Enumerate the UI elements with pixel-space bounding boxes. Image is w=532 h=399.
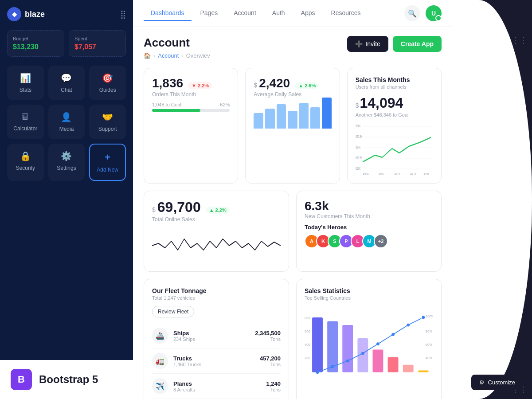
nav-resources[interactable]: Resources bbox=[324, 6, 368, 21]
orders-badge: ▼ 2.2% bbox=[188, 82, 212, 89]
spent-label: Spent bbox=[74, 36, 120, 41]
svg-text:$13.5K: $13.5K bbox=[356, 155, 363, 160]
settings-icon: ⚙️ bbox=[61, 151, 72, 161]
settings-label: Settings bbox=[57, 165, 76, 171]
menu-icon[interactable]: ⣿ bbox=[120, 9, 126, 19]
breadcrumb-account[interactable]: Account bbox=[158, 52, 179, 59]
add-new-icon: + bbox=[105, 152, 110, 163]
sidebar-item-guides[interactable]: 🎯 Guides bbox=[89, 66, 126, 100]
sales-stats-chart: 800 600 400 200 bbox=[305, 306, 433, 386]
nav-pages[interactable]: Pages bbox=[193, 6, 225, 21]
breadcrumb-home[interactable]: 🏠 bbox=[144, 52, 151, 59]
metrics-row-2: $ 69,700 ▲ 2.2% Total Online Sales 6.3k … bbox=[144, 191, 442, 272]
sales-prefix: $ bbox=[356, 102, 359, 109]
online-sales-value: 69,700 bbox=[157, 199, 201, 215]
invite-icon: ➕ bbox=[355, 40, 363, 47]
nav-account[interactable]: Account bbox=[227, 6, 263, 21]
svg-point-31 bbox=[376, 342, 379, 345]
invite-label: Invite bbox=[365, 40, 380, 47]
logo-area: ◆ blaze bbox=[7, 7, 45, 21]
sidebar: ◆ blaze ⣿ Budget $13,230 Spent $7,057 📊 … bbox=[0, 0, 133, 399]
online-sales-badge: ▲ 2.2% bbox=[206, 207, 230, 214]
svg-text:40%: 40% bbox=[426, 356, 433, 360]
svg-text:Apr 07: Apr 07 bbox=[379, 172, 384, 175]
bar-5 bbox=[299, 103, 309, 129]
panel-dots: ⋮⋮ bbox=[512, 35, 528, 45]
trucks-num: 457,200 bbox=[260, 355, 281, 362]
nav-auth[interactable]: Auth bbox=[265, 6, 292, 21]
bar-6 bbox=[310, 107, 320, 129]
trucks-unit: Tons bbox=[260, 362, 281, 367]
planes-icon: ✈️ bbox=[152, 378, 168, 394]
breadcrumb-overwiev: Overwiev bbox=[186, 52, 210, 59]
dark-right-panel: ⋮⋮ ⋮⋮ bbox=[452, 0, 532, 399]
svg-text:600: 600 bbox=[305, 329, 310, 333]
review-fleet-button[interactable]: Review Fleet bbox=[152, 306, 194, 317]
create-app-button[interactable]: Create App bbox=[393, 36, 442, 52]
svg-text:60%: 60% bbox=[426, 343, 433, 347]
add-new-label: Add New bbox=[97, 167, 118, 173]
calculator-label: Calculator bbox=[13, 125, 37, 132]
online-sales-prefix: $ bbox=[152, 206, 156, 213]
heroes-avatars: A K S P L M +2 bbox=[305, 234, 433, 248]
security-label: Security bbox=[16, 165, 35, 171]
svg-point-27 bbox=[316, 371, 319, 374]
dollar-prefix: $ bbox=[254, 82, 257, 89]
sidebar-item-support[interactable]: 🤝 Support bbox=[89, 105, 126, 139]
guides-label: Guides bbox=[99, 87, 116, 93]
sidebar-item-chat[interactable]: 💬 Chat bbox=[48, 66, 85, 100]
customize-icon: ⚙ bbox=[479, 379, 485, 386]
ships-unit: Tons bbox=[255, 336, 281, 342]
ships-info: Ships 234 Ships bbox=[173, 330, 255, 342]
sidebar-item-security[interactable]: 🔒 Security bbox=[7, 144, 44, 181]
page-title: Account bbox=[144, 36, 210, 50]
bar-7 bbox=[322, 98, 332, 129]
top-nav: Dashboards Pages Account Auth Apps Resou… bbox=[133, 0, 452, 27]
top-nav-actions: 🔍 U bbox=[404, 5, 442, 21]
fleet-card: Our Fleet Tonnage Total 1,247 vehicles R… bbox=[144, 279, 289, 399]
svg-rect-20 bbox=[327, 321, 338, 372]
svg-text:$10K: $10K bbox=[356, 166, 361, 171]
hero-avatar-extra: +2 bbox=[374, 234, 388, 248]
page-actions: ➕ Invite Create App bbox=[347, 36, 442, 52]
support-label: Support bbox=[98, 126, 117, 132]
customize-button[interactable]: ⚙ Customize bbox=[471, 375, 523, 390]
ships-num: 2,345,500 bbox=[255, 330, 281, 336]
trucks-icon: 🚛 bbox=[152, 353, 168, 369]
search-button[interactable]: 🔍 bbox=[404, 5, 420, 21]
daily-sales-badge: ▲ 2.6% bbox=[295, 82, 319, 89]
svg-rect-21 bbox=[342, 325, 353, 372]
ships-value: 2,345,500 Tons bbox=[255, 330, 281, 342]
mini-bar-chart bbox=[254, 102, 331, 129]
logo-text: blaze bbox=[25, 10, 45, 19]
orders-card: 1,836 ▼ 2.2% Orders This Month 1,048 to … bbox=[144, 68, 238, 184]
sidebar-item-media[interactable]: 👤 Media bbox=[48, 105, 85, 139]
main-content: Dashboards Pages Account Auth Apps Resou… bbox=[133, 0, 452, 399]
spent-value: $7,057 bbox=[74, 43, 120, 51]
sidebar-item-calculator[interactable]: 🖩 Calculator bbox=[7, 105, 44, 139]
stats-icon: 📊 bbox=[20, 73, 31, 83]
svg-point-29 bbox=[346, 360, 349, 363]
sidebar-item-settings[interactable]: ⚙️ Settings bbox=[48, 144, 85, 181]
nav-apps[interactable]: Apps bbox=[294, 6, 322, 21]
sidebar-item-stats[interactable]: 📊 Stats bbox=[7, 66, 44, 100]
new-customers-value: 6.3k bbox=[305, 199, 329, 213]
invite-button[interactable]: ➕ Invite bbox=[347, 36, 388, 52]
chat-icon: 💬 bbox=[61, 73, 72, 83]
user-avatar[interactable]: U bbox=[426, 5, 442, 21]
budget-value: $13,230 bbox=[13, 43, 59, 51]
svg-text:Apr 10: Apr 10 bbox=[394, 172, 400, 175]
progress-label: 1,048 to Goal 62% bbox=[152, 102, 230, 107]
top-nav-links: Dashboards Pages Account Auth Apps Resou… bbox=[144, 6, 404, 21]
daily-sales-row: $ 2,420 ▲ 2.6% bbox=[254, 76, 331, 91]
sidebar-header: ◆ blaze ⣿ bbox=[7, 7, 126, 21]
goal-pct: 62% bbox=[220, 102, 230, 107]
svg-rect-24 bbox=[388, 357, 399, 372]
sidebar-item-add-new[interactable]: + Add New bbox=[89, 144, 126, 181]
orders-metric-row: 1,836 ▼ 2.2% bbox=[152, 76, 230, 91]
fleet-item-planes: ✈️ Planes 8 Aircrafts 1,240 Tons bbox=[152, 373, 281, 399]
logo-icon: ◆ bbox=[7, 7, 21, 21]
nav-dashboards[interactable]: Dashboards bbox=[144, 6, 192, 21]
chat-label: Chat bbox=[61, 87, 72, 93]
online-sales-card: $ 69,700 ▲ 2.2% Total Online Sales bbox=[144, 191, 289, 272]
